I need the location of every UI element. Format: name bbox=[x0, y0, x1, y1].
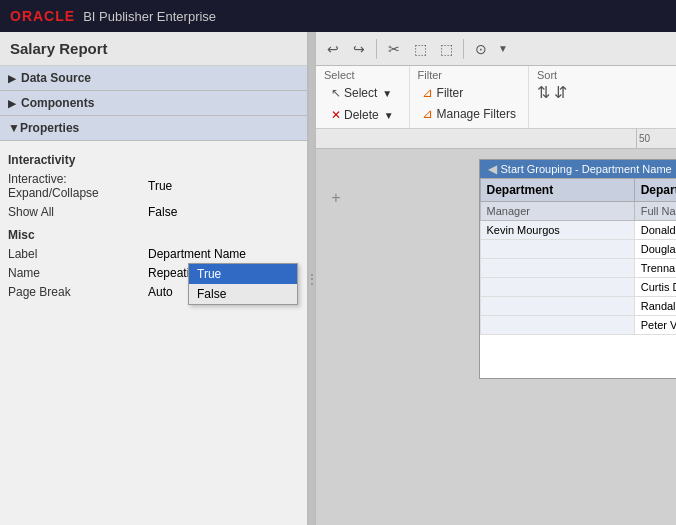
page-break-value: Auto bbox=[148, 285, 173, 299]
interactive-expand-row: Interactive: Expand/Collapse True bbox=[8, 171, 299, 201]
menu-bar: Select ↖ Select ▼ ✕ Delete ▼ bbox=[316, 66, 676, 129]
main-layout: Salary Report ▶ Data Source ▶ Components… bbox=[0, 32, 676, 525]
dropdown-arrow[interactable]: ▼ bbox=[495, 37, 511, 61]
table-row: Kevin Mourgos Donald OConnell bbox=[480, 221, 676, 240]
table-row: Peter Vargas bbox=[480, 316, 676, 335]
name-prop-label: Name bbox=[8, 266, 148, 280]
toolbar-separator-1 bbox=[376, 39, 377, 59]
manage-filters-label: Manage Filters bbox=[437, 107, 516, 121]
page-break-label: Page Break bbox=[8, 285, 148, 299]
filter-menu-item[interactable]: ⊿ Filter bbox=[418, 83, 520, 102]
data-name-cell-1: Donald OConnell bbox=[634, 221, 676, 240]
data-name-cell-5: Randall Matos bbox=[634, 297, 676, 316]
report-title: Salary Report bbox=[0, 32, 307, 66]
filter-label: Filter bbox=[437, 86, 464, 100]
ruler: 50 100 150 200 250 300 350 bbox=[316, 129, 676, 149]
header-col2: Department bbox=[634, 179, 676, 202]
cursor-icon: ↖ bbox=[331, 86, 341, 100]
dropdown-item-true[interactable]: True bbox=[189, 264, 297, 284]
grouping-bar: ◀ Start Grouping - Department Name ✎ bbox=[480, 160, 677, 178]
filter-icon: ⊿ bbox=[422, 85, 433, 100]
filter-title: Filter bbox=[418, 69, 520, 81]
redo-button[interactable]: ↪ bbox=[347, 37, 371, 61]
manage-filters-menu-item[interactable]: ⊿ Manage Filters bbox=[418, 104, 520, 123]
data-empty-cell-3 bbox=[480, 278, 634, 297]
data-source-section[interactable]: ▶ Data Source bbox=[0, 66, 307, 91]
data-source-label: Data Source bbox=[21, 71, 91, 85]
table-header-row: Department Department bbox=[480, 179, 676, 202]
select-arrow-icon: ▼ bbox=[382, 88, 392, 99]
show-all-row: Show All False bbox=[8, 204, 299, 220]
properties-section-header[interactable]: ▼ Properties bbox=[0, 116, 307, 141]
data-name-cell-4: Curtis Davies bbox=[634, 278, 676, 297]
select-items: ↖ Select ▼ ✕ Delete ▼ bbox=[324, 83, 401, 125]
dropdown-item-false[interactable]: False bbox=[189, 284, 297, 304]
sort-icons: ⇅ ⇵ bbox=[537, 83, 567, 102]
report-table: Department Department Manager Full Name … bbox=[480, 178, 677, 335]
delete-menu-item[interactable]: ✕ Delete ▼ bbox=[324, 105, 401, 125]
select-menu-item[interactable]: ↖ Select ▼ bbox=[324, 83, 401, 103]
header-col1: Department bbox=[480, 179, 634, 202]
label-prop-label: Label bbox=[8, 247, 148, 261]
select-title: Select bbox=[324, 69, 401, 81]
right-panel: ↩ ↪ ✂ ⬚ ⬚ ⊙ ▼ Insert Page Layout Select … bbox=[316, 32, 676, 525]
ruler-marks: 50 100 150 200 250 300 350 bbox=[636, 129, 676, 149]
add-column-button[interactable]: + bbox=[326, 159, 346, 207]
canvas-area[interactable]: + ◀ Start Grouping - Department Name ✎ D… bbox=[316, 149, 676, 525]
data-name-cell-3: Trenna Rajs bbox=[634, 259, 676, 278]
data-empty-cell-5 bbox=[480, 316, 634, 335]
toolbar: ↩ ↪ ✂ ⬚ ⬚ ⊙ ▼ Insert Page Layout bbox=[316, 32, 676, 66]
toolbar-separator-2 bbox=[463, 39, 464, 59]
undo-button[interactable]: ↩ bbox=[321, 37, 345, 61]
table-row: Curtis Davies bbox=[480, 278, 676, 297]
properties-label: Properties bbox=[20, 121, 79, 135]
components-arrow: ▶ bbox=[8, 98, 16, 109]
sort-section: Sort ⇅ ⇵ bbox=[529, 66, 575, 128]
sort-asc-button[interactable]: ⇅ bbox=[537, 83, 550, 102]
show-all-value: False bbox=[148, 205, 177, 219]
interactivity-group-title: Interactivity bbox=[8, 153, 299, 167]
delete-icon: ✕ bbox=[331, 108, 341, 122]
table-row: Douglas Grant bbox=[480, 240, 676, 259]
properties-arrow: ▼ bbox=[8, 121, 20, 135]
table-subheader-row: Manager Full Name bbox=[480, 202, 676, 221]
resize-handle[interactable] bbox=[308, 32, 316, 525]
data-name-cell-2: Douglas Grant bbox=[634, 240, 676, 259]
paste-button[interactable]: ⬚ bbox=[434, 37, 458, 61]
data-empty-cell-4 bbox=[480, 297, 634, 316]
data-empty-cell-1 bbox=[480, 240, 634, 259]
manage-filters-icon: ⊿ bbox=[422, 106, 433, 121]
select-section: Select ↖ Select ▼ ✕ Delete ▼ bbox=[316, 66, 410, 128]
interactive-expand-value: True bbox=[148, 179, 172, 193]
subheader-col1: Manager bbox=[480, 202, 634, 221]
interactive-expand-label: Interactive: Expand/Collapse bbox=[8, 172, 148, 200]
filter-section: Filter ⊿ Filter ⊿ Manage Filters bbox=[410, 66, 529, 128]
page-canvas: ◀ Start Grouping - Department Name ✎ Dep… bbox=[479, 159, 677, 379]
data-name-cell-6: Peter Vargas bbox=[634, 316, 676, 335]
cut-button[interactable]: ✂ bbox=[382, 37, 406, 61]
table-row: Trenna Rajs bbox=[480, 259, 676, 278]
sort-desc-button[interactable]: ⇵ bbox=[554, 83, 567, 102]
data-empty-cell-2 bbox=[480, 259, 634, 278]
delete-label: Delete bbox=[344, 108, 379, 122]
components-label: Components bbox=[21, 96, 94, 110]
dropdown-overlay: True False bbox=[188, 263, 298, 305]
select-label: Select bbox=[344, 86, 377, 100]
filter-items: ⊿ Filter ⊿ Manage Filters bbox=[418, 83, 520, 123]
table-row: Randall Matos bbox=[480, 297, 676, 316]
sort-title: Sort bbox=[537, 69, 567, 81]
subheader-col2: Full Name bbox=[634, 202, 676, 221]
delete-arrow-icon: ▼ bbox=[384, 110, 394, 121]
left-panel: Salary Report ▶ Data Source ▶ Components… bbox=[0, 32, 308, 525]
copy-button[interactable]: ⬚ bbox=[408, 37, 432, 61]
grouping-bar-text: Start Grouping - Department Name bbox=[501, 163, 672, 175]
label-row: Label Department Name bbox=[8, 246, 299, 262]
left-arrow-icon: ◀ bbox=[488, 162, 497, 176]
show-all-label: Show All bbox=[8, 205, 148, 219]
oracle-logo: ORACLE bbox=[10, 8, 75, 24]
circle-button[interactable]: ⊙ bbox=[469, 37, 493, 61]
data-source-arrow: ▶ bbox=[8, 73, 16, 84]
ruler-mark-50: 50 bbox=[636, 129, 676, 149]
label-prop-value: Department Name bbox=[148, 247, 246, 261]
components-section[interactable]: ▶ Components bbox=[0, 91, 307, 116]
